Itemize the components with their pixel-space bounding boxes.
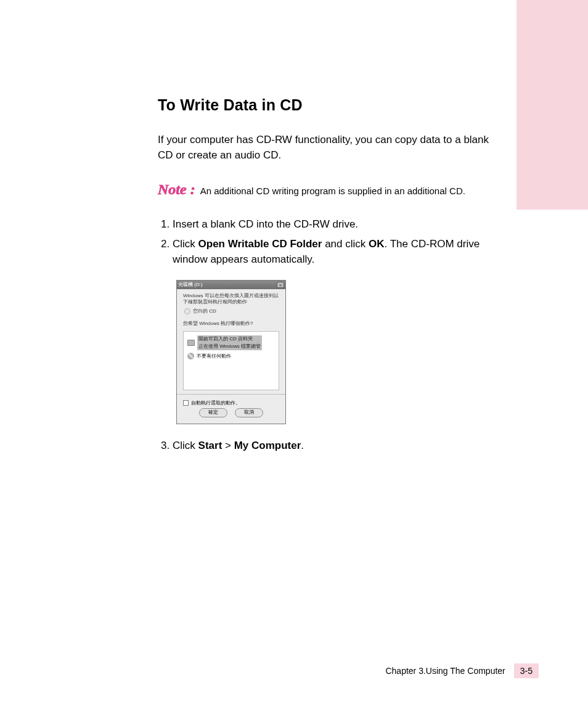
step-1: Insert a blank CD into the CD-RW drive. xyxy=(173,216,503,232)
step-3-bold-mycomputer: My Computer xyxy=(234,440,301,451)
action-selected-line2: 正在使用 Windows 檔案總管 xyxy=(198,343,261,349)
step-2-text-a: Click xyxy=(173,238,198,250)
dialog-titlebar: 光碟機 (D:) × xyxy=(177,281,285,289)
dialog-question: 您希望 Windows 執行哪個動作? xyxy=(183,320,279,327)
ok-button[interactable]: 確定 xyxy=(199,408,227,417)
step-2-bold-ok: OK xyxy=(369,238,385,250)
dialog-media-type: 空白的 CD xyxy=(193,308,216,315)
step-2-text-c: and click xyxy=(322,238,369,250)
page-footer: Chapter 3.Using The Computer 3-5 xyxy=(385,663,539,678)
step-3-bold-start: Start xyxy=(198,440,223,451)
step-3-text-c: > xyxy=(222,440,234,451)
step-3: Click Start > My Computer. xyxy=(173,438,503,454)
intro-paragraph: If your computer has CD-RW functionality… xyxy=(158,133,503,163)
dialog-title-text: 光碟機 (D:) xyxy=(178,281,203,289)
cd-icon xyxy=(184,308,190,314)
footer-chapter: Chapter 3.Using The Computer xyxy=(385,666,505,676)
action-selected-line1: 開啟可寫入的 CD 資料夾 xyxy=(198,336,253,342)
page-title: To Write Data in CD xyxy=(158,96,503,114)
no-action-icon xyxy=(187,353,194,359)
always-do-checkbox[interactable] xyxy=(183,400,189,406)
checkbox-label: 自動執行選取的動作。 xyxy=(191,400,240,407)
action-list[interactable]: 開啟可寫入的 CD 資料夾 正在使用 Windows 檔案總管 不要有任何動作 xyxy=(183,331,279,390)
chapter-tab xyxy=(517,0,588,210)
note-label: Note : xyxy=(158,181,195,198)
step-2: Click Open Writable CD Folder and click … xyxy=(173,236,503,424)
close-icon[interactable]: × xyxy=(277,282,284,288)
step-3-text-a: Click xyxy=(173,440,198,451)
action-none-text: 不要有任何動作 xyxy=(197,353,231,360)
step-2-bold-folder: Open Writable CD Folder xyxy=(198,238,322,250)
step-3-text-e: . xyxy=(301,440,304,451)
cancel-button[interactable]: 取消 xyxy=(235,408,263,417)
note-text: An additional CD writing program is supp… xyxy=(200,186,465,196)
folder-icon xyxy=(187,340,195,346)
autoplay-dialog: 光碟機 (D:) × Windows 可以在您每次插入圖片或連接到以下種類裝置時… xyxy=(176,280,286,424)
dialog-description: Windows 可以在您每次插入圖片或連接到以下種類裝置時執行相同的動作 xyxy=(183,293,279,305)
action-take-no-action[interactable]: 不要有任何動作 xyxy=(186,351,276,361)
steps-list: Insert a blank CD into the CD-RW drive. … xyxy=(158,216,503,453)
page-content: To Write Data in CD If your computer has… xyxy=(158,96,503,457)
action-open-writable-folder[interactable]: 開啟可寫入的 CD 資料夾 正在使用 Windows 檔案總管 xyxy=(186,334,276,351)
footer-page-number: 3-5 xyxy=(514,663,539,678)
divider xyxy=(177,394,285,395)
note-block: Note : An additional CD writing program … xyxy=(158,181,503,198)
